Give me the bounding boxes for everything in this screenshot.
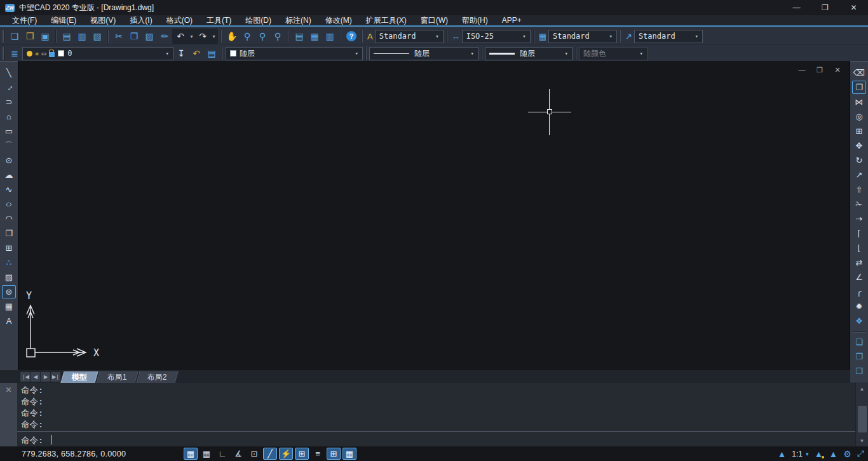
print-icon[interactable]: ▤	[59, 29, 74, 43]
zoom-previous-icon[interactable]: ⚲	[270, 29, 285, 43]
table-style-combo[interactable]: Standard▾	[548, 30, 617, 43]
layer-previous-icon[interactable]: ↶	[189, 46, 204, 60]
pan-icon[interactable]: ✋	[224, 29, 240, 43]
text-style-combo-dropdown-icon[interactable]: ▾	[433, 33, 441, 39]
annotation-scale-dropdown-icon[interactable]: ▾	[806, 451, 809, 457]
table-style-combo-dropdown-icon[interactable]: ▾	[607, 33, 615, 39]
drawing-minimize-button[interactable]: —	[797, 66, 806, 74]
annotation-scale-value[interactable]: 1:1	[792, 450, 803, 458]
extend-tool-icon[interactable]: ⇢	[852, 212, 866, 225]
block-editor-tool-icon[interactable]: ❖	[852, 314, 866, 328]
region-tool-icon[interactable]: ⊚	[2, 285, 16, 298]
coordinate-display[interactable]: 779.2683, 658.2786, 0.0000	[22, 450, 126, 458]
redo-dropdown[interactable]: ▾	[210, 29, 217, 43]
table-tool-icon[interactable]: ▦	[2, 300, 16, 313]
tab-layout2[interactable]: 布局2	[136, 371, 178, 383]
draworder-above-icon[interactable]: ❒	[852, 364, 866, 378]
circle-tool-icon[interactable]: ⊙	[2, 154, 16, 167]
menu-view[interactable]: 视图(V)	[83, 15, 123, 25]
command-history[interactable]: 命令:命令:命令:命令: 命令:	[17, 383, 855, 446]
annotation-autoscale-icon[interactable]: ▲	[829, 449, 837, 459]
layer-combo-dropdown-icon[interactable]: ▾	[163, 50, 172, 57]
tool-palettes-icon[interactable]: ▥	[322, 29, 337, 43]
grid-toggle[interactable]: ▦	[200, 448, 214, 460]
line-tool-icon[interactable]: ╲	[2, 66, 16, 79]
command-prompt[interactable]: 命令:	[21, 434, 51, 446]
settings-gear-icon[interactable]: ⚙	[843, 449, 851, 459]
minimize-button[interactable]: —	[782, 0, 811, 15]
dim-style-combo[interactable]: ISO-25▾	[462, 30, 531, 43]
scale-tool-icon[interactable]: ↗	[852, 168, 866, 182]
tab-next-button[interactable]: ▶	[41, 372, 50, 382]
fullscreen-icon[interactable]: ⤢	[857, 448, 864, 459]
paste-icon[interactable]: ▨	[142, 29, 157, 43]
annotation-visibility-icon[interactable]: ▲	[815, 449, 824, 459]
undo-icon[interactable]: ↶	[173, 29, 188, 43]
insert-block-tool-icon[interactable]: ❐	[2, 227, 16, 240]
break-tool-icon[interactable]: ⌊	[852, 241, 866, 255]
copy-clip-icon[interactable]: ❐	[126, 29, 142, 43]
draworder-back-icon[interactable]: ❐	[852, 350, 866, 363]
annotation-scale-icon[interactable]: ▲	[777, 449, 786, 459]
rectangle-tool-icon[interactable]: ▭	[2, 124, 16, 138]
osnap-toggle[interactable]: ⊡	[247, 448, 261, 460]
snap-toggle[interactable]: ▦	[184, 448, 198, 460]
menu-tools[interactable]: 工具(T)	[200, 15, 238, 25]
print-preview-icon[interactable]: ▥	[74, 29, 90, 43]
layer-states-icon[interactable]: ▤	[204, 46, 219, 60]
fillet-tool-icon[interactable]: ╭	[852, 285, 866, 298]
drawing-close-button[interactable]: ✕	[833, 66, 842, 74]
menu-help[interactable]: 帮助(H)	[455, 15, 495, 25]
menu-edit[interactable]: 编辑(E)	[44, 15, 83, 25]
point-tool-icon[interactable]: ∴	[2, 256, 16, 269]
drawing-canvas[interactable]: —❐✕ Y X	[18, 61, 850, 370]
spline-tool-icon[interactable]: ∿	[2, 183, 16, 196]
color-combo[interactable]: 随层▾	[226, 47, 363, 60]
xline-tool-icon[interactable]: ↔	[2, 81, 16, 94]
new-file-icon[interactable]: ❏	[7, 29, 22, 43]
close-button[interactable]: ✕	[839, 0, 868, 15]
menu-format[interactable]: 格式(O)	[159, 15, 200, 25]
rotate-tool-icon[interactable]: ↻	[852, 154, 866, 167]
dynamic-input-toggle[interactable]: ⚡	[279, 448, 293, 460]
move-tool-icon[interactable]: ✥	[852, 139, 866, 152]
zoom-window-icon[interactable]: ⚲	[255, 29, 270, 43]
plot-icon[interactable]: ▧	[90, 29, 105, 43]
redo-icon[interactable]: ↷	[195, 29, 210, 43]
layer-combo[interactable]: ✳▭0▾	[22, 47, 173, 60]
scroll-up-icon[interactable]: ▲	[856, 383, 868, 394]
undo-dropdown[interactable]: ▾	[188, 29, 195, 43]
menu-insert[interactable]: 插入(I)	[123, 15, 159, 25]
scroll-down-icon[interactable]: ▼	[856, 435, 868, 446]
ducs-toggle[interactable]: ⊞	[295, 448, 309, 460]
help-icon[interactable]: ?	[344, 29, 359, 43]
tab-last-button[interactable]: ▶❘	[51, 372, 60, 382]
mleader-style-combo[interactable]: Standard▾	[634, 30, 703, 43]
dim-style-combo-dropdown-icon[interactable]: ▾	[520, 33, 528, 39]
save-icon[interactable]: ▣	[37, 29, 53, 43]
join-tool-icon[interactable]: ⇄	[852, 256, 866, 269]
lineweight-combo[interactable]: 随层▾	[485, 47, 573, 60]
annotation-toggle[interactable]: ⊞	[327, 448, 341, 460]
match-properties-icon[interactable]: ✏	[157, 29, 172, 43]
layer-properties-icon[interactable]: ≣	[7, 46, 22, 60]
revcloud-tool-icon[interactable]: ☁	[2, 168, 16, 182]
toolbar-handle[interactable]	[3, 47, 5, 60]
mirror-tool-icon[interactable]: ⋈	[852, 95, 866, 109]
mtext-tool-icon[interactable]: A	[2, 314, 16, 328]
explode-tool-icon[interactable]: ✹	[852, 300, 866, 313]
command-scrollbar[interactable]: ▲ ▼	[855, 383, 868, 446]
properties-palette-icon[interactable]: ▤	[292, 29, 307, 43]
arc-tool-icon[interactable]: ⌒	[2, 139, 16, 152]
scrollbar-thumb[interactable]	[858, 406, 867, 432]
lineweight-toggle[interactable]: ≡	[311, 448, 325, 460]
menu-file[interactable]: 文件(F)	[5, 15, 44, 25]
cut-icon[interactable]: ✂	[111, 29, 126, 43]
drawing-restore-button[interactable]: ❐	[815, 66, 824, 74]
tab-prev-button[interactable]: ◀	[31, 372, 40, 382]
erase-tool-icon[interactable]: ⌫	[852, 66, 866, 79]
draworder-front-icon[interactable]: ❏	[852, 335, 866, 349]
viewport-toggle[interactable]: ▦	[342, 448, 356, 460]
array-tool-icon[interactable]: ⊞	[852, 124, 866, 138]
command-close-icon[interactable]: ✕	[3, 385, 15, 396]
